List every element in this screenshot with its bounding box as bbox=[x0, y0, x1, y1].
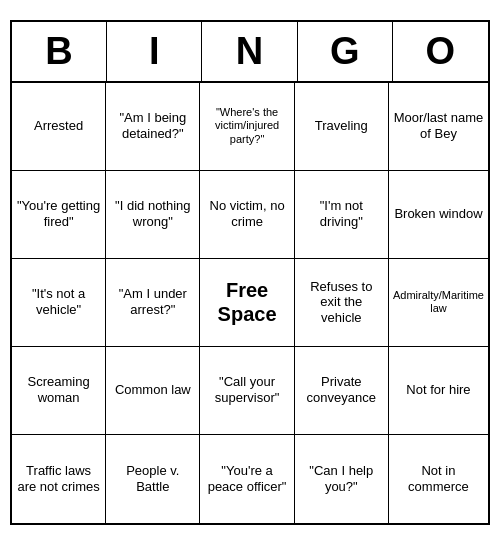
header-letter: G bbox=[298, 22, 393, 81]
header-letter: O bbox=[393, 22, 488, 81]
bingo-cell: Common law bbox=[106, 347, 200, 435]
bingo-header: BINGO bbox=[12, 22, 488, 83]
bingo-card: BINGO Arrested"Am I being detained?""Whe… bbox=[10, 20, 490, 525]
bingo-cell: "It's not a vehicle" bbox=[12, 259, 106, 347]
bingo-cell: Moor/last name of Bey bbox=[389, 83, 488, 171]
bingo-grid: Arrested"Am I being detained?""Where's t… bbox=[12, 83, 488, 523]
header-letter: N bbox=[202, 22, 297, 81]
bingo-cell: Traveling bbox=[295, 83, 389, 171]
bingo-cell: "You're a peace officer" bbox=[200, 435, 294, 523]
bingo-cell: "Where's the victim/injured party?" bbox=[200, 83, 294, 171]
bingo-cell: "I'm not driving" bbox=[295, 171, 389, 259]
bingo-cell: "You're getting fired" bbox=[12, 171, 106, 259]
bingo-cell: Free Space bbox=[200, 259, 294, 347]
bingo-cell: "Call your supervisor" bbox=[200, 347, 294, 435]
bingo-cell: "I did nothing wrong" bbox=[106, 171, 200, 259]
bingo-cell: Traffic laws are not crimes bbox=[12, 435, 106, 523]
bingo-cell: Private conveyance bbox=[295, 347, 389, 435]
header-letter: I bbox=[107, 22, 202, 81]
bingo-cell: "Am I under arrest?" bbox=[106, 259, 200, 347]
bingo-cell: Admiralty/Maritime law bbox=[389, 259, 488, 347]
bingo-cell: Broken window bbox=[389, 171, 488, 259]
bingo-cell: Not for hire bbox=[389, 347, 488, 435]
bingo-cell: Arrested bbox=[12, 83, 106, 171]
bingo-cell: No victim, no crime bbox=[200, 171, 294, 259]
bingo-cell: "Can I help you?" bbox=[295, 435, 389, 523]
bingo-cell: Screaming woman bbox=[12, 347, 106, 435]
bingo-cell: Not in commerce bbox=[389, 435, 488, 523]
bingo-cell: "Am I being detained?" bbox=[106, 83, 200, 171]
bingo-cell: Refuses to exit the vehicle bbox=[295, 259, 389, 347]
header-letter: B bbox=[12, 22, 107, 81]
bingo-cell: People v. Battle bbox=[106, 435, 200, 523]
